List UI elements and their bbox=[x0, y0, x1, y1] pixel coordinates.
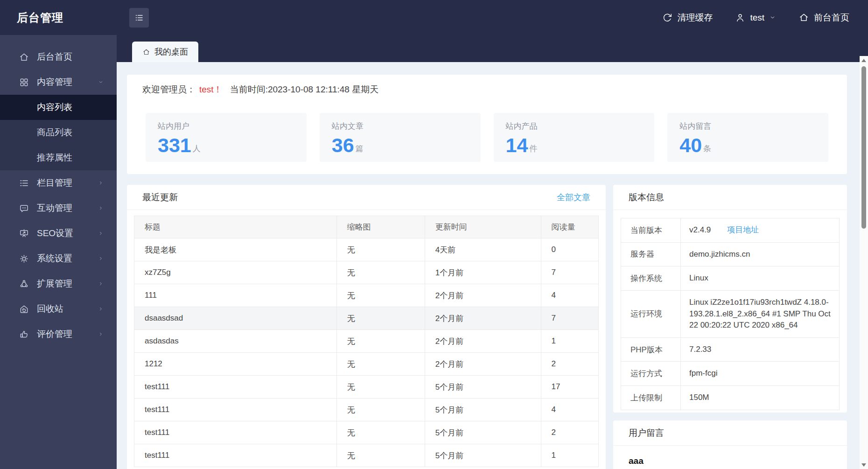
welcome-message: 欢迎管理员： test！ 当前时间:2023-10-08 12:11:48 星期… bbox=[127, 75, 847, 105]
version-row: 服务器 demo.jizhicms.cn bbox=[621, 242, 840, 266]
sidebar-item-label: 扩展管理 bbox=[37, 278, 72, 290]
menu-list-icon bbox=[133, 12, 145, 23]
header-actions: 清理缓存 test 前台首页 bbox=[662, 0, 849, 35]
sidebar-toggle-button[interactable] bbox=[129, 8, 149, 28]
cell-time: 5个月前 bbox=[425, 421, 541, 444]
cell-views: 1 bbox=[541, 330, 598, 353]
sidebar-subitem-content-list[interactable]: 内容列表 bbox=[0, 95, 117, 120]
cell-views: 4 bbox=[541, 284, 598, 307]
chevron-down-icon bbox=[769, 14, 776, 21]
cell-thumb: 无 bbox=[336, 399, 425, 421]
clear-cache-label: 清理缓存 bbox=[677, 12, 713, 24]
welcome-stats-panel: 欢迎管理员： test！ 当前时间:2023-10-08 12:11:48 星期… bbox=[127, 75, 847, 174]
project-url-link[interactable]: 项目地址 bbox=[727, 225, 759, 234]
cell-title: dsaasdsad bbox=[134, 307, 337, 330]
cell-time: 5个月前 bbox=[425, 399, 541, 421]
stat-card-messages: 站内留言 40 条 bbox=[667, 113, 828, 162]
chevron-right-icon bbox=[97, 255, 105, 262]
cell-title: 我是老板 bbox=[134, 238, 337, 261]
current-time-text: 当前时间:2023-10-08 12:11:48 星期天 bbox=[230, 84, 379, 96]
sidebar-item-system-settings[interactable]: 系统设置 bbox=[0, 246, 117, 271]
cell-views: 2 bbox=[541, 421, 598, 444]
column-header-title: 标题 bbox=[134, 216, 337, 238]
sidebar-item-seo-settings[interactable]: SEO设置 bbox=[0, 221, 117, 246]
stat-label: 站内产品 bbox=[506, 121, 643, 132]
sidebar-item-extension-mgmt[interactable]: 扩展管理 bbox=[0, 271, 117, 296]
message-item: aaa bbox=[613, 446, 847, 466]
sidebar-item-interaction-mgmt[interactable]: 互动管理 bbox=[0, 196, 117, 221]
version-info-panel: 版本信息 当前版本 v2.4.9 项目地址 服务器 bbox=[613, 185, 847, 413]
sidebar-item-review-mgmt[interactable]: 评价管理 bbox=[0, 322, 117, 347]
cell-time: 5个月前 bbox=[425, 376, 541, 399]
stat-label: 站内用户 bbox=[158, 121, 294, 132]
home-icon bbox=[142, 48, 150, 56]
cell-views: 0 bbox=[541, 238, 598, 261]
top-header: 后台管理 清理缓存 test bbox=[0, 0, 868, 35]
list-icon bbox=[19, 178, 29, 189]
chevron-right-icon bbox=[97, 330, 105, 338]
scroll-down-arrow[interactable] bbox=[861, 463, 866, 467]
cell-time: 2个月前 bbox=[425, 307, 541, 330]
user-menu[interactable]: test bbox=[735, 13, 776, 23]
recent-updates-title: 最近更新 bbox=[142, 191, 178, 203]
stat-cards-row: 站内用户 331 人 站内文章 36 篇 站内产品 14 bbox=[127, 105, 847, 162]
gear-icon bbox=[19, 253, 29, 264]
user-messages-title: 用户留言 bbox=[629, 427, 664, 439]
stat-card-articles: 站内文章 36 篇 bbox=[320, 113, 481, 162]
all-articles-link[interactable]: 全部文章 bbox=[557, 192, 590, 203]
version-row: 运行方式 fpm-fcgi bbox=[621, 362, 840, 386]
column-header-time: 更新时间 bbox=[425, 216, 541, 238]
scrollbar-thumb[interactable] bbox=[861, 66, 866, 229]
cell-title: asdasdas bbox=[134, 330, 337, 353]
sidebar-subitem-goods-list[interactable]: 商品列表 bbox=[0, 120, 117, 145]
stat-unit: 件 bbox=[529, 143, 537, 155]
sidebar-item-content-mgmt[interactable]: 内容管理 bbox=[0, 70, 117, 95]
version-row: PHP版本 7.2.33 bbox=[621, 337, 840, 362]
cell-time: 2个月前 bbox=[425, 284, 541, 307]
version-label: 操作系统 bbox=[621, 266, 681, 291]
stat-unit: 人 bbox=[193, 143, 201, 155]
cell-thumb: 无 bbox=[336, 444, 425, 467]
clear-cache-button[interactable]: 清理缓存 bbox=[662, 12, 713, 24]
cell-title: 111 bbox=[134, 284, 337, 307]
cell-thumb: 无 bbox=[336, 284, 425, 307]
version-row: 操作系统 Linux bbox=[621, 266, 840, 291]
table-row: 我是老板 无 4天前 0 bbox=[134, 238, 599, 261]
sidebar-item-column-mgmt[interactable]: 栏目管理 bbox=[0, 170, 117, 196]
chevron-down-icon bbox=[97, 78, 105, 86]
sidebar-item-label: 后台首页 bbox=[37, 51, 72, 63]
table-row: xz7Z5g 无 1个月前 7 bbox=[134, 261, 599, 284]
sidebar-item-label: 内容管理 bbox=[37, 76, 72, 88]
content-scrollbar[interactable] bbox=[860, 56, 868, 469]
cell-thumb: 无 bbox=[336, 238, 425, 261]
version-label: 服务器 bbox=[621, 242, 681, 266]
version-label: 上传限制 bbox=[621, 386, 681, 410]
cell-time: 4天前 bbox=[425, 238, 541, 261]
scroll-up-arrow[interactable] bbox=[861, 59, 866, 62]
tab-my-desktop[interactable]: 我的桌面 bbox=[132, 42, 198, 62]
comment-icon bbox=[19, 203, 29, 214]
cell-time: 2个月前 bbox=[425, 353, 541, 376]
table-row: test111 无 5个月前 1 bbox=[134, 444, 599, 467]
cell-views: 2 bbox=[541, 353, 598, 376]
version-value: Linux bbox=[681, 266, 840, 291]
recent-updates-table: 标题 缩略图 更新时间 阅读量 我是老板 无 4天前 0 bbox=[134, 216, 599, 467]
sidebar-item-label: 栏目管理 bbox=[37, 177, 72, 189]
table-row: test111 无 5个月前 4 bbox=[134, 399, 599, 421]
recycle-icon bbox=[19, 304, 29, 315]
sidebar-item-dashboard[interactable]: 后台首页 bbox=[0, 44, 117, 70]
cell-title: xz7Z5g bbox=[134, 261, 337, 284]
chevron-right-icon bbox=[97, 179, 105, 187]
cell-title: test111 bbox=[134, 421, 337, 444]
column-header-thumb: 缩略图 bbox=[336, 216, 425, 238]
sidebar: 后台首页 内容管理 内容列表 商品列表 推荐属性 栏目管理 互动管理 bbox=[0, 35, 117, 469]
sidebar-subitem-recommend-attr[interactable]: 推荐属性 bbox=[0, 145, 117, 170]
stat-unit: 篇 bbox=[356, 143, 364, 155]
sidebar-item-recycle-bin[interactable]: 回收站 bbox=[0, 296, 117, 322]
table-row: 1212 无 2个月前 2 bbox=[134, 353, 599, 376]
version-value: Linux iZ2ze1o1f17iu93rch1twdZ 4.18.0-193… bbox=[681, 290, 840, 337]
sidebar-subitem-label: 商品列表 bbox=[37, 126, 72, 139]
front-home-button[interactable]: 前台首页 bbox=[798, 12, 849, 24]
user-messages-panel: 用户留言 aaa bbox=[613, 420, 847, 469]
cell-views: 1 bbox=[541, 444, 598, 467]
